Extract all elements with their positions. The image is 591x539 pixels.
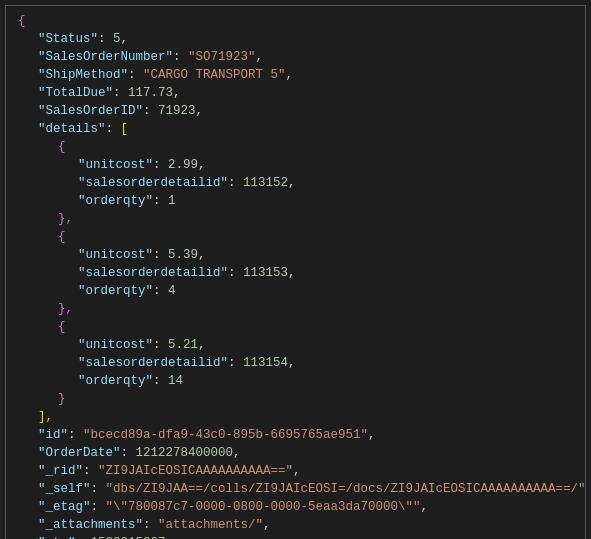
json-line: "orderqty": 1 (18, 194, 573, 212)
json-punct: , (286, 68, 294, 82)
json-key: "SalesOrderID" (38, 104, 143, 118)
json-punct: : (113, 86, 128, 100)
json-punct: : (228, 266, 243, 280)
json-key: "unitcost" (78, 338, 153, 352)
json-punct: : (68, 428, 83, 442)
json-line: "salesorderdetailid": 113153, (18, 266, 573, 284)
json-line: "TotalDue": 117.73, (18, 86, 573, 104)
json-string-value: "CARGO TRANSPORT 5" (143, 68, 286, 82)
json-line: }, (18, 212, 573, 230)
json-punct: : (91, 482, 106, 496)
json-key: "OrderDate" (38, 446, 121, 460)
json-punct: : (228, 176, 243, 190)
json-viewer: {"Status": 5,"SalesOrderNumber": "SO7192… (5, 5, 586, 539)
json-punct: : (128, 68, 143, 82)
json-brace: { (18, 14, 26, 28)
json-number-value: 113153 (243, 266, 288, 280)
json-number-value: 113154 (243, 356, 288, 370)
json-line: "_rid": "ZI9JAIcEOSICAAAAAAAAAA==", (18, 464, 573, 482)
json-number-value: 4 (168, 284, 176, 298)
json-punct: , (288, 356, 296, 370)
json-string-value: "dbs/ZI9JAA==/colls/ZI9JAIcEOSI=/docs/ZI… (106, 482, 586, 496)
json-punct: : (153, 374, 168, 388)
json-key: "ShipMethod" (38, 68, 128, 82)
json-punct: , (198, 248, 206, 262)
json-bracket: [ (121, 122, 129, 136)
json-string-value: "bcecd89a-dfa9-43c0-895b-6695765ae951" (83, 428, 368, 442)
json-punct: , (233, 446, 241, 460)
json-line: "Status": 5, (18, 32, 573, 50)
json-punct: : (83, 464, 98, 478)
json-punct: , (121, 32, 129, 46)
json-brace: }, (58, 302, 73, 316)
json-number-value: 1 (168, 194, 176, 208)
json-key: "_attachments" (38, 518, 143, 532)
json-string-value: "SO71923" (188, 50, 256, 64)
json-punct: : (153, 158, 168, 172)
json-number-value: 14 (168, 374, 183, 388)
json-punct: : (153, 338, 168, 352)
json-punct: : (143, 104, 158, 118)
json-key: "unitcost" (78, 248, 153, 262)
json-number-value: 117.73 (128, 86, 173, 100)
json-line: "id": "bcecd89a-dfa9-43c0-895b-6695765ae… (18, 428, 573, 446)
json-number-value: 2.99 (168, 158, 198, 172)
json-punct: : (98, 32, 113, 46)
json-line: "SalesOrderNumber": "SO71923", (18, 50, 573, 68)
json-brace: { (58, 320, 66, 334)
json-key: "_etag" (38, 500, 91, 514)
json-punct: , (288, 176, 296, 190)
json-bracket: ], (38, 410, 53, 424)
json-line: "SalesOrderID": 71923, (18, 104, 573, 122)
json-key: "salesorderdetailid" (78, 356, 228, 370)
json-line: ], (18, 410, 573, 428)
json-punct: : (106, 122, 121, 136)
json-line: "orderqty": 14 (18, 374, 573, 392)
json-punct: : (173, 50, 188, 64)
json-key: "_self" (38, 482, 91, 496)
json-number-value: 71923 (158, 104, 196, 118)
json-line: "_etag": "\"780087c7-0000-0800-0000-5eaa… (18, 500, 573, 518)
json-key: "TotalDue" (38, 86, 113, 100)
json-number-value: 5.21 (168, 338, 198, 352)
json-punct: , (173, 86, 181, 100)
json-string-value: "attachments/" (158, 518, 263, 532)
json-punct: , (293, 464, 301, 478)
json-line: "details": [ (18, 122, 573, 140)
json-key: "_rid" (38, 464, 83, 478)
json-punct: : (153, 194, 168, 208)
json-brace: } (58, 392, 66, 406)
json-punct: , (198, 338, 206, 352)
json-key: "orderqty" (78, 194, 153, 208)
json-punct: , (421, 500, 429, 514)
json-line: { (18, 140, 573, 158)
json-string-value: "\"780087c7-0000-0800-0000-5eaa3da70000\… (106, 500, 421, 514)
json-key: "Status" (38, 32, 98, 46)
json-key: "orderqty" (78, 374, 153, 388)
json-key: "id" (38, 428, 68, 442)
json-line: "OrderDate": 1212278400000, (18, 446, 573, 464)
json-punct: : (153, 284, 168, 298)
json-brace: }, (58, 212, 73, 226)
json-punct: , (368, 428, 376, 442)
json-punct: : (91, 500, 106, 514)
json-punct: , (263, 518, 271, 532)
json-key: "details" (38, 122, 106, 136)
json-punct: , (198, 158, 206, 172)
json-brace: { (58, 230, 66, 244)
json-line: } (18, 392, 573, 410)
json-line: { (18, 14, 573, 32)
json-line: "salesorderdetailid": 113152, (18, 176, 573, 194)
json-line: "salesorderdetailid": 113154, (18, 356, 573, 374)
json-number-value: 5.39 (168, 248, 198, 262)
json-number-value: 5 (113, 32, 121, 46)
json-string-value: "ZI9JAIcEOSICAAAAAAAAAA==" (98, 464, 293, 478)
json-punct: , (196, 104, 204, 118)
json-line: "_self": "dbs/ZI9JAA==/colls/ZI9JAIcEOSI… (18, 482, 573, 500)
json-punct: , (288, 266, 296, 280)
json-line: "_attachments": "attachments/", (18, 518, 573, 536)
json-punct: , (256, 50, 264, 64)
json-line: "ShipMethod": "CARGO TRANSPORT 5", (18, 68, 573, 86)
json-key: "salesorderdetailid" (78, 176, 228, 190)
json-punct: : (228, 356, 243, 370)
